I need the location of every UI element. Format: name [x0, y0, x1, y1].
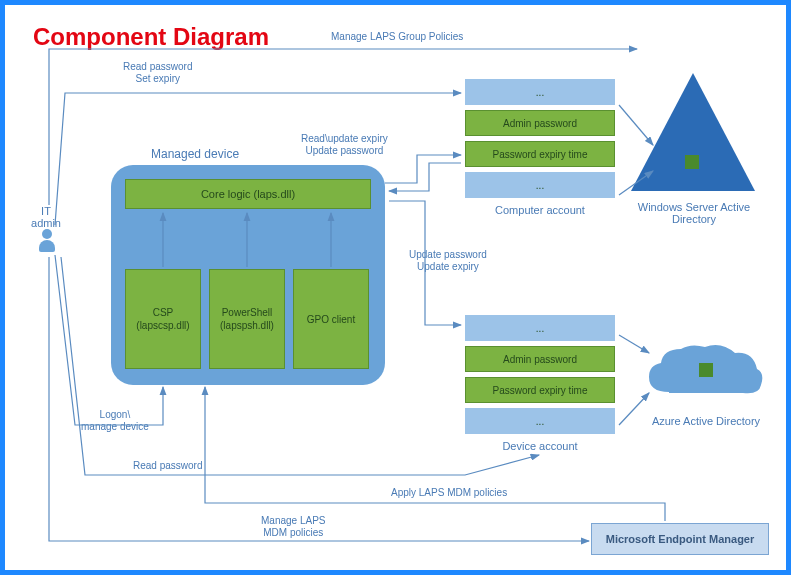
core-logic-box: Core logic (laps.dll) — [125, 179, 371, 209]
managed-device-container: Core logic (laps.dll) CSP(lapscsp.dll) P… — [111, 165, 385, 385]
device-account-label: Device account — [465, 440, 615, 452]
managed-device-label: Managed device — [151, 147, 239, 161]
account-row: ... — [465, 408, 615, 434]
account-row: Admin password — [465, 110, 615, 136]
flow-update-pw: Update passwordUpdate expiry — [409, 249, 487, 273]
endpoint-manager-box: Microsoft Endpoint Manager — [591, 523, 769, 555]
account-row: Password expiry time — [465, 141, 615, 167]
csp-box: CSP(lapscsp.dll) — [125, 269, 201, 369]
it-admin-icon — [39, 229, 55, 252]
flow-read-update: Read\update expiryUpdate password — [301, 133, 388, 157]
azure-ad-dot — [699, 363, 713, 377]
windows-ad-icon — [631, 73, 755, 191]
flow-logon: Logon\manage device — [81, 409, 149, 433]
windows-ad-dot — [685, 155, 699, 169]
azure-ad-label: Azure Active Directory — [641, 415, 771, 427]
device-account-box: ... Admin password Password expiry time … — [465, 315, 615, 452]
powershell-box: PowerShell(lapspsh.dll) — [209, 269, 285, 369]
account-row: Password expiry time — [465, 377, 615, 403]
flow-manage-mdm: Manage LAPSMDM policies — [261, 515, 326, 539]
flow-manage-policies: Manage LAPS Group Policies — [331, 31, 463, 43]
it-admin-label: ITadmin — [25, 205, 67, 229]
diagram-title: Component Diagram — [33, 23, 269, 51]
flow-read-set: Read passwordSet expiry — [123, 61, 192, 85]
computer-account-label: Computer account — [465, 204, 615, 216]
flow-apply-mdm: Apply LAPS MDM policies — [391, 487, 507, 499]
account-row: ... — [465, 315, 615, 341]
account-row: Admin password — [465, 346, 615, 372]
windows-ad-label: Windows Server Active Directory — [629, 201, 759, 225]
account-row: ... — [465, 172, 615, 198]
computer-account-box: ... Admin password Password expiry time … — [465, 79, 615, 216]
gpo-client-box: GPO client — [293, 269, 369, 369]
account-row: ... — [465, 79, 615, 105]
flow-read-pw: Read password — [133, 460, 202, 472]
